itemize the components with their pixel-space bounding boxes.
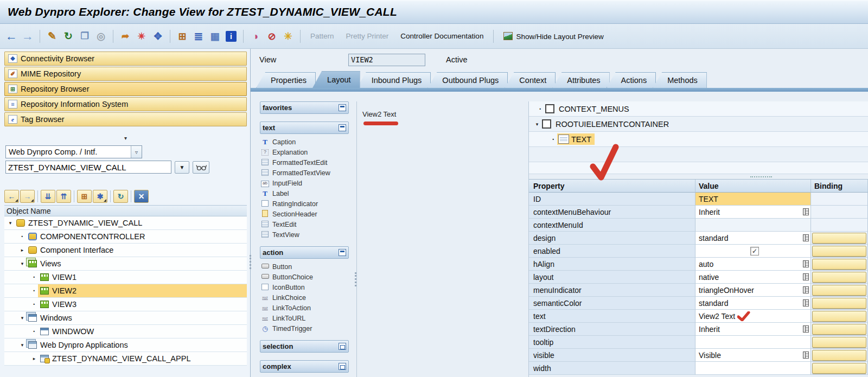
tab-attributes[interactable]: Attributes [552, 72, 609, 88]
palette-item-ratingindicator[interactable]: RatingIndicator [261, 199, 356, 209]
property-value[interactable]: View2 Text [695, 310, 811, 323]
value-dropdown-icon[interactable] [803, 325, 809, 333]
display-subtree-button[interactable]: ⊞ [77, 190, 92, 203]
ui-element-rootuielementcontainer[interactable]: ▾ROOTUIELEMENTCONTAINER [529, 117, 868, 132]
tree-item-body[interactable]: Web Dynpro Applications [26, 338, 247, 352]
palette-group-complex[interactable]: complex [260, 360, 349, 373]
ui-element-body[interactable]: ROOTUIELEMENTCONTAINER [556, 120, 669, 129]
tab-methods[interactable]: Methods [653, 72, 707, 88]
wizard-icon[interactable]: ✳ [281, 29, 295, 43]
binding-button[interactable] [812, 324, 866, 335]
palette-splitter[interactable] [355, 272, 357, 286]
palette-item-caption[interactable]: TCaption [261, 137, 356, 147]
table-view-icon[interactable]: ▦ [208, 29, 222, 43]
toolbar-button-show-hide-layout-preview[interactable]: Show/Hide Layout Preview [499, 32, 608, 41]
palette-item-sectionheader[interactable]: SectionHeader [261, 209, 356, 219]
minimize-icon[interactable] [339, 249, 346, 256]
property-value[interactable]: Inherit [695, 323, 811, 336]
sidebar-browser-tag-browser[interactable]: eTag Browser [4, 112, 247, 126]
worklist-icon[interactable]: ≣ [192, 29, 206, 43]
palette-item-linkchoice[interactable]: xyzLinkChoice [261, 292, 356, 303]
tree-item-body[interactable]: VIEW1 [38, 271, 247, 284]
tree-item-body[interactable]: Component Interface [26, 244, 247, 257]
ui-element-text[interactable]: ·TEXT [529, 132, 868, 147]
palette-item-explanation[interactable]: ?Explanation [261, 147, 356, 157]
tree-item-component interface[interactable]: ▸Component Interface [4, 244, 247, 257]
restore-icon[interactable] [339, 363, 346, 370]
tree-item-body[interactable]: WINDWOW [38, 325, 247, 338]
value-dropdown-icon[interactable] [803, 234, 809, 241]
tab-outbound-plugs[interactable]: Outbound Plugs [427, 72, 508, 88]
palette-item-linktourl[interactable]: xyzLinkToURL [261, 313, 356, 323]
palette-item-formattedtextedit[interactable]: FormattedTextEdit [261, 157, 356, 168]
ui-element-body[interactable]: TEXT [557, 133, 595, 145]
palette-item-textview[interactable]: TextView [261, 229, 356, 240]
binding-button[interactable] [812, 363, 866, 374]
performance-icon[interactable]: ◑ [248, 29, 263, 43]
binding-button[interactable] [812, 246, 866, 257]
object-history-dropdown-button[interactable]: ▼ [175, 161, 189, 174]
tree-item-body[interactable]: COMPONENTCONTROLLER [26, 230, 247, 243]
tab-inbound-plugs[interactable]: Inbound Plugs [357, 72, 431, 88]
palette-item-timedtrigger[interactable]: ◷TimedTrigger [261, 323, 356, 334]
tab-properties[interactable]: Properties [256, 72, 316, 88]
palette-group-selection[interactable]: selection [260, 340, 349, 353]
tree-expander-open[interactable]: ▾ [7, 220, 14, 226]
binding-button[interactable] [812, 233, 866, 244]
binding-button[interactable] [812, 298, 866, 309]
palette-group-favorites[interactable]: favorites [260, 101, 349, 114]
runtime-analysis-icon[interactable]: ⊘ [265, 29, 279, 43]
tree-item-body[interactable]: VIEW2 [38, 284, 247, 297]
forward-icon[interactable]: → [21, 29, 35, 43]
tree-item-view3[interactable]: ·VIEW3 [4, 298, 247, 311]
expand-all-button[interactable]: ⇊ [41, 190, 55, 203]
property-value[interactable]: standard [695, 297, 811, 310]
object-name-input[interactable] [5, 161, 171, 174]
spiral-icon[interactable]: ◎ [94, 29, 108, 43]
value-dropdown-icon[interactable] [803, 299, 809, 306]
sidebar-browser-repository-information-system[interactable]: ≡Repository Information System [4, 97, 247, 111]
tree-expander-closed[interactable]: ▸ [30, 356, 38, 361]
tree-expander-open[interactable]: ▾ [18, 261, 26, 266]
palette-item-formattedtextview[interactable]: FormattedTextView [261, 168, 356, 178]
nav-forward-button[interactable]: → [20, 190, 35, 203]
tree-expander-open[interactable]: ▾ [533, 122, 541, 127]
display-change-icon[interactable]: ✎ [45, 29, 59, 43]
property-value[interactable]: native [695, 271, 811, 284]
palette-item-label[interactable]: TLabel [261, 188, 356, 199]
navigation-icon[interactable]: ✥ [151, 29, 165, 43]
back-icon[interactable]: ← [4, 29, 18, 43]
refresh-tree-button[interactable]: ↻ [113, 190, 128, 203]
info-icon[interactable]: i [224, 29, 238, 43]
tab-layout[interactable]: Layout [312, 71, 360, 88]
property-value[interactable]: standard [695, 232, 811, 245]
property-value[interactable] [695, 362, 811, 375]
activate-icon[interactable]: ➦ [118, 29, 132, 43]
palette-item-iconbutton[interactable]: IconButton [261, 282, 356, 292]
binding-button[interactable] [812, 350, 866, 361]
property-value[interactable]: Inherit [695, 206, 811, 219]
hierarchy-icon[interactable]: ⊞ [175, 29, 189, 43]
minimize-icon[interactable] [339, 104, 346, 111]
tree-item-view2[interactable]: ·VIEW2 [4, 284, 247, 298]
tree-item-ztest_dynamic_view_call_appl[interactable]: ▸ZTEST_DYNAMIC_VIEW_CALL_APPL [4, 352, 247, 366]
value-dropdown-icon[interactable] [803, 352, 809, 359]
palette-group-text[interactable]: text [260, 122, 349, 134]
splitter-grip[interactable] [750, 176, 772, 177]
value-dropdown-icon[interactable] [803, 208, 809, 215]
binding-button[interactable] [812, 311, 866, 322]
tree-expander-open[interactable]: ▾ [18, 342, 26, 348]
palette-group-action[interactable]: action [260, 246, 349, 259]
sidebar-browser-mime-repository[interactable]: ✐MIME Repository [4, 67, 247, 81]
value-dropdown-icon[interactable] [803, 260, 809, 267]
tree-item-windwow[interactable]: ·WINDWOW [4, 325, 247, 338]
hierarchy-properties-splitter[interactable] [529, 174, 868, 179]
property-value[interactable] [695, 219, 811, 232]
toolbar-button-controller-documentation[interactable]: Controller Documentation [395, 32, 488, 40]
enabled-checkbox[interactable]: ✓ [750, 247, 759, 255]
palette-item-buttonchoice[interactable]: ButtonChoice [261, 272, 356, 282]
view-options-button[interactable]: ✱ [93, 190, 107, 203]
tree-expander-closed[interactable]: ▸ [18, 247, 26, 253]
refresh-icon[interactable]: ↻ [61, 29, 75, 43]
value-dropdown-icon[interactable] [803, 286, 809, 293]
